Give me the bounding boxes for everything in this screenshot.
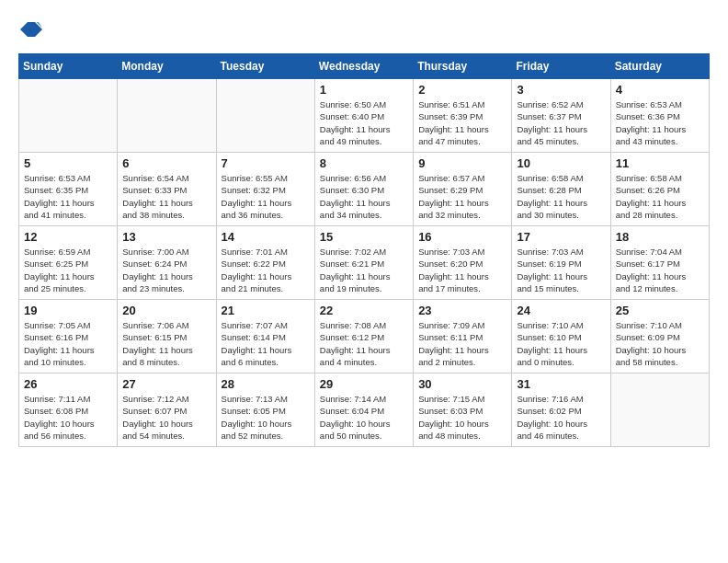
column-header-tuesday: Tuesday [216, 54, 314, 79]
day-number: 1 [320, 83, 408, 97]
day-number: 4 [616, 83, 704, 97]
day-info: Sunrise: 7:05 AM Sunset: 6:16 PM Dayligh… [24, 319, 112, 368]
day-cell: 22Sunrise: 7:08 AM Sunset: 6:12 PM Dayli… [314, 300, 413, 373]
day-cell: 25Sunrise: 7:10 AM Sunset: 6:09 PM Dayli… [610, 300, 709, 373]
day-info: Sunrise: 7:11 AM Sunset: 6:08 PM Dayligh… [24, 393, 112, 442]
day-number: 18 [616, 230, 704, 244]
day-info: Sunrise: 7:16 AM Sunset: 6:02 PM Dayligh… [517, 393, 605, 442]
day-number: 2 [418, 83, 506, 97]
day-cell: 2Sunrise: 6:51 AM Sunset: 6:39 PM Daylig… [414, 79, 512, 153]
day-number: 11 [616, 156, 704, 170]
day-number: 26 [24, 377, 112, 391]
day-number: 20 [122, 304, 210, 317]
day-info: Sunrise: 7:04 AM Sunset: 6:17 PM Dayligh… [616, 246, 704, 294]
day-info: Sunrise: 7:03 AM Sunset: 6:19 PM Dayligh… [517, 246, 605, 294]
day-cell: 16Sunrise: 7:03 AM Sunset: 6:20 PM Dayli… [414, 226, 512, 300]
day-number: 30 [418, 377, 506, 391]
calendar-header-row: SundayMondayTuesdayWednesdayThursdayFrid… [19, 54, 710, 79]
day-info: Sunrise: 7:14 AM Sunset: 6:04 PM Dayligh… [320, 393, 408, 442]
day-cell: 9Sunrise: 6:57 AM Sunset: 6:29 PM Daylig… [414, 153, 512, 226]
day-number: 10 [517, 156, 605, 170]
day-info: Sunrise: 6:52 AM Sunset: 6:37 PM Dayligh… [517, 98, 605, 147]
day-cell: 20Sunrise: 7:06 AM Sunset: 6:15 PM Dayli… [118, 300, 216, 373]
day-number: 22 [320, 304, 408, 317]
day-cell: 13Sunrise: 7:00 AM Sunset: 6:24 PM Dayli… [118, 226, 216, 300]
day-info: Sunrise: 7:10 AM Sunset: 6:10 PM Dayligh… [517, 319, 605, 368]
day-info: Sunrise: 6:50 AM Sunset: 6:40 PM Dayligh… [320, 98, 408, 147]
day-info: Sunrise: 6:57 AM Sunset: 6:29 PM Dayligh… [418, 172, 506, 221]
day-info: Sunrise: 6:58 AM Sunset: 6:28 PM Dayligh… [517, 172, 605, 221]
day-number: 9 [418, 156, 506, 170]
day-cell: 15Sunrise: 7:02 AM Sunset: 6:21 PM Dayli… [314, 226, 413, 300]
week-row-4: 19Sunrise: 7:05 AM Sunset: 6:16 PM Dayli… [19, 300, 710, 373]
day-cell: 3Sunrise: 6:52 AM Sunset: 6:37 PM Daylig… [512, 79, 610, 153]
day-number: 6 [122, 156, 210, 170]
day-number: 3 [517, 83, 605, 97]
day-number: 23 [418, 304, 506, 317]
week-row-3: 12Sunrise: 6:59 AM Sunset: 6:25 PM Dayli… [19, 226, 710, 300]
day-cell: 30Sunrise: 7:15 AM Sunset: 6:03 PM Dayli… [414, 373, 512, 447]
day-cell: 29Sunrise: 7:14 AM Sunset: 6:04 PM Dayli… [314, 373, 413, 447]
day-info: Sunrise: 7:02 AM Sunset: 6:21 PM Dayligh… [320, 246, 408, 294]
day-number: 8 [320, 156, 408, 170]
day-number: 27 [122, 377, 210, 391]
day-info: Sunrise: 6:53 AM Sunset: 6:36 PM Dayligh… [616, 98, 704, 147]
day-cell: 5Sunrise: 6:53 AM Sunset: 6:35 PM Daylig… [19, 153, 118, 226]
day-info: Sunrise: 6:51 AM Sunset: 6:39 PM Dayligh… [418, 98, 506, 147]
day-info: Sunrise: 7:07 AM Sunset: 6:14 PM Dayligh… [222, 319, 310, 368]
day-cell: 23Sunrise: 7:09 AM Sunset: 6:11 PM Dayli… [414, 300, 512, 373]
day-number: 13 [122, 230, 210, 244]
day-number: 31 [517, 377, 605, 391]
day-info: Sunrise: 7:01 AM Sunset: 6:22 PM Dayligh… [222, 246, 310, 294]
day-cell: 10Sunrise: 6:58 AM Sunset: 6:28 PM Dayli… [512, 153, 610, 226]
day-info: Sunrise: 7:09 AM Sunset: 6:11 PM Dayligh… [418, 319, 506, 368]
day-cell [216, 79, 314, 153]
week-row-1: 1Sunrise: 6:50 AM Sunset: 6:40 PM Daylig… [19, 79, 710, 153]
day-info: Sunrise: 7:12 AM Sunset: 6:07 PM Dayligh… [122, 393, 210, 442]
day-number: 7 [222, 156, 310, 170]
day-number: 21 [222, 304, 310, 317]
day-info: Sunrise: 7:08 AM Sunset: 6:12 PM Dayligh… [320, 319, 408, 368]
day-number: 16 [418, 230, 506, 244]
logo [18, 18, 42, 44]
day-cell: 1Sunrise: 6:50 AM Sunset: 6:40 PM Daylig… [314, 79, 413, 153]
day-cell: 8Sunrise: 6:56 AM Sunset: 6:30 PM Daylig… [314, 153, 413, 226]
day-info: Sunrise: 7:00 AM Sunset: 6:24 PM Dayligh… [122, 246, 210, 294]
day-cell: 17Sunrise: 7:03 AM Sunset: 6:19 PM Dayli… [512, 226, 610, 300]
day-cell: 21Sunrise: 7:07 AM Sunset: 6:14 PM Dayli… [216, 300, 314, 373]
day-info: Sunrise: 7:03 AM Sunset: 6:20 PM Dayligh… [418, 246, 506, 294]
day-info: Sunrise: 7:10 AM Sunset: 6:09 PM Dayligh… [616, 319, 704, 368]
day-info: Sunrise: 6:53 AM Sunset: 6:35 PM Dayligh… [24, 172, 112, 221]
day-cell: 6Sunrise: 6:54 AM Sunset: 6:33 PM Daylig… [118, 153, 216, 226]
day-info: Sunrise: 6:54 AM Sunset: 6:33 PM Dayligh… [122, 172, 210, 221]
column-header-friday: Friday [512, 54, 610, 79]
day-number: 17 [517, 230, 605, 244]
column-header-sunday: Sunday [19, 54, 118, 79]
day-info: Sunrise: 7:13 AM Sunset: 6:05 PM Dayligh… [222, 393, 310, 442]
day-cell [610, 373, 709, 447]
column-header-wednesday: Wednesday [314, 54, 413, 79]
day-number: 14 [222, 230, 310, 244]
day-number: 12 [24, 230, 112, 244]
day-info: Sunrise: 6:59 AM Sunset: 6:25 PM Dayligh… [24, 246, 112, 294]
day-number: 28 [222, 377, 310, 391]
page-header [18, 18, 710, 44]
day-number: 29 [320, 377, 408, 391]
day-cell: 28Sunrise: 7:13 AM Sunset: 6:05 PM Dayli… [216, 373, 314, 447]
day-cell: 19Sunrise: 7:05 AM Sunset: 6:16 PM Dayli… [19, 300, 118, 373]
day-cell: 12Sunrise: 6:59 AM Sunset: 6:25 PM Dayli… [19, 226, 118, 300]
day-cell: 11Sunrise: 6:58 AM Sunset: 6:26 PM Dayli… [610, 153, 709, 226]
day-cell: 31Sunrise: 7:16 AM Sunset: 6:02 PM Dayli… [512, 373, 610, 447]
day-cell [118, 79, 216, 153]
day-info: Sunrise: 6:55 AM Sunset: 6:32 PM Dayligh… [222, 172, 310, 221]
day-cell: 7Sunrise: 6:55 AM Sunset: 6:32 PM Daylig… [216, 153, 314, 226]
day-cell: 24Sunrise: 7:10 AM Sunset: 6:10 PM Dayli… [512, 300, 610, 373]
day-number: 15 [320, 230, 408, 244]
day-number: 24 [517, 304, 605, 317]
day-info: Sunrise: 7:06 AM Sunset: 6:15 PM Dayligh… [122, 319, 210, 368]
day-number: 25 [616, 304, 704, 317]
day-cell [19, 79, 118, 153]
day-cell: 4Sunrise: 6:53 AM Sunset: 6:36 PM Daylig… [610, 79, 709, 153]
day-cell: 27Sunrise: 7:12 AM Sunset: 6:07 PM Dayli… [118, 373, 216, 447]
day-number: 5 [24, 156, 112, 170]
